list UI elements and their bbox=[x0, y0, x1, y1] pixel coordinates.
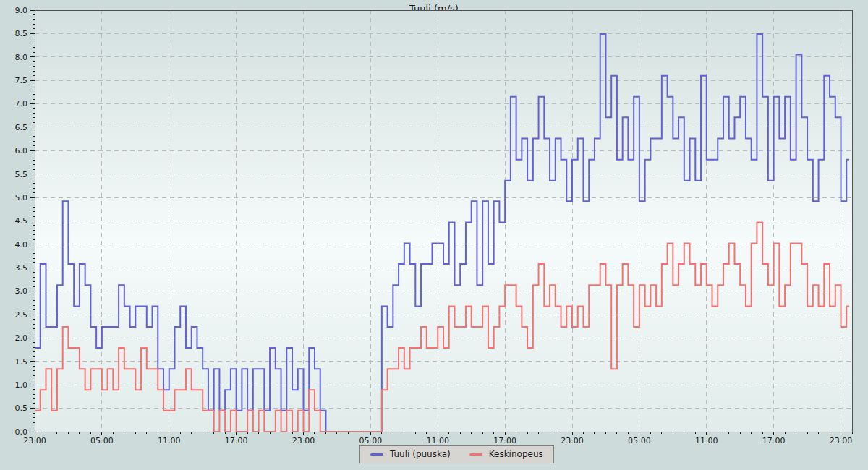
wind-chart-canvas: Tuuli (m/s) 0.00.51.01.52.02.53.03.54.04… bbox=[0, 0, 868, 470]
wind-chart: Tuuli (m/s) 0.00.51.01.52.02.53.03.54.04… bbox=[0, 0, 868, 470]
y-tick-label: 8.5 bbox=[15, 29, 28, 38]
legend-item-gust: Tuuli (puuska) bbox=[370, 449, 451, 459]
y-tick-label: 3.5 bbox=[15, 263, 28, 273]
x-tick-label: 23:00 bbox=[561, 436, 584, 445]
y-tick-label: 3.0 bbox=[15, 286, 28, 296]
x-tick-label: 11:00 bbox=[426, 436, 449, 445]
legend-swatch-average bbox=[469, 453, 482, 456]
x-tick-label: 05:00 bbox=[359, 436, 383, 445]
x-tick-label: 23:00 bbox=[830, 436, 853, 445]
y-tick-label: 8.0 bbox=[15, 53, 28, 62]
legend-label-gust: Tuuli (puuska) bbox=[390, 449, 451, 459]
y-tick-label: 4.0 bbox=[15, 240, 28, 249]
y-tick-label: 4.5 bbox=[15, 216, 28, 226]
y-tick-label: 6.0 bbox=[15, 146, 28, 155]
x-tick-label: 11:00 bbox=[158, 436, 181, 445]
x-tick-label: 23:00 bbox=[23, 436, 46, 445]
x-tick-label: 23:00 bbox=[292, 436, 315, 445]
y-tick-label: 5.5 bbox=[15, 170, 28, 179]
x-tick-label: 11:00 bbox=[695, 436, 718, 445]
y-tick-label: 2.5 bbox=[15, 310, 28, 320]
y-tick-label: 0.5 bbox=[15, 403, 28, 413]
x-tick-label: 17:00 bbox=[762, 436, 786, 445]
y-tick-label: 0.0 bbox=[15, 427, 28, 437]
y-tick-label: 7.5 bbox=[15, 76, 28, 85]
y-tick-label: 7.0 bbox=[15, 99, 28, 108]
x-tick-label: 05:00 bbox=[628, 436, 651, 445]
x-tick-label: 17:00 bbox=[493, 436, 516, 445]
y-tick-label: 5.0 bbox=[15, 193, 28, 202]
legend-swatch-gust bbox=[370, 453, 383, 456]
legend: Tuuli (puuska) Keskinopeus bbox=[359, 445, 554, 463]
x-tick-label: 05:00 bbox=[90, 436, 114, 445]
y-tick-label: 6.5 bbox=[15, 123, 28, 132]
legend-item-average: Keskinopeus bbox=[469, 449, 543, 459]
legend-label-average: Keskinopeus bbox=[489, 449, 543, 459]
y-tick-label: 1.0 bbox=[15, 380, 28, 390]
y-tick-label: 9.0 bbox=[15, 6, 28, 15]
y-tick-label: 1.5 bbox=[15, 357, 28, 367]
y-tick-label: 2.0 bbox=[15, 333, 28, 343]
x-tick-label: 17:00 bbox=[225, 436, 248, 445]
